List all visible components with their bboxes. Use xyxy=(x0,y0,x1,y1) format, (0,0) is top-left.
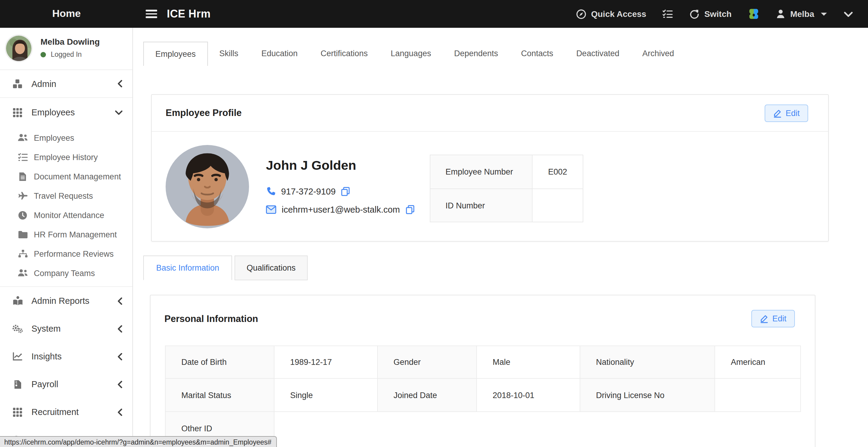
date-of-birth-value: 1989-12-17 xyxy=(274,346,378,378)
list-check-icon xyxy=(662,9,673,19)
tab-contacts[interactable]: Contacts xyxy=(509,42,565,66)
sidebar-user-name: Melba Dowling xyxy=(40,37,100,46)
employee-email[interactable]: icehrm+user1@web-stalk.com xyxy=(282,205,400,215)
chevron-down-icon xyxy=(115,109,123,115)
tab-deactivated[interactable]: Deactivated xyxy=(565,42,631,66)
tab-qualifications[interactable]: Qualifications xyxy=(235,256,308,280)
sidebar-item-company-teams[interactable]: Company Teams xyxy=(0,263,132,283)
list-check-icon xyxy=(17,153,28,161)
file-zipper-icon xyxy=(11,380,24,389)
id-number-value xyxy=(532,189,583,222)
app-title: ICE Hrm xyxy=(167,7,211,20)
sidebar-item-admin-reports[interactable]: Admin Reports xyxy=(0,287,132,315)
sidebar-item-travel-requests[interactable]: Travel Requests xyxy=(0,186,132,205)
chevron-left-icon xyxy=(117,325,123,332)
sidebar-item-payroll[interactable]: Payroll xyxy=(0,370,132,398)
sidebar-item-system[interactable]: System xyxy=(0,315,132,343)
tab-dependents[interactable]: Dependents xyxy=(442,42,509,66)
users-icon xyxy=(17,269,28,277)
employee-id-table: Employee Number E002 ID Number xyxy=(430,155,583,222)
sidebar-profile: Melba Dowling Logged In xyxy=(0,28,132,70)
nationality-value: American xyxy=(715,346,800,378)
personal-information-card: Personal Information Edit Date of Birth … xyxy=(150,295,815,447)
topbar-right: Quick Access Switch Melba xyxy=(576,8,868,20)
employee-phone[interactable]: 917-372-9109 xyxy=(281,187,336,196)
sidebar-item-employees-group[interactable]: Employees xyxy=(0,98,132,127)
caret-down-icon xyxy=(821,12,827,15)
other-id-value xyxy=(274,412,801,445)
tab-skills[interactable]: Skills xyxy=(208,42,250,66)
personal-info-table: Date of Birth 1989-12-17 Gender Male Nat… xyxy=(165,346,801,445)
tab-education[interactable]: Education xyxy=(250,42,309,66)
plane-icon xyxy=(17,191,28,200)
chevron-left-icon xyxy=(117,380,123,388)
tab-employees[interactable]: Employees xyxy=(143,42,208,66)
tab-archived[interactable]: Archived xyxy=(631,42,685,66)
sidebar: Melba Dowling Logged In Admin Employees xyxy=(0,28,133,447)
collapse-topbar-chevron[interactable] xyxy=(843,9,854,19)
user-menu[interactable]: Melba xyxy=(776,9,827,19)
sidebar-item-recruitment[interactable]: Recruitment xyxy=(0,398,132,426)
chevron-left-icon xyxy=(117,80,123,88)
grid-icon xyxy=(11,107,24,117)
chevron-left-icon xyxy=(117,297,123,305)
person-icon xyxy=(776,9,785,19)
table-row: Date of Birth 1989-12-17 Gender Male Nat… xyxy=(165,346,801,379)
copy-icon[interactable] xyxy=(405,205,414,215)
language-puzzle-icon[interactable] xyxy=(748,8,760,20)
tasks-button[interactable] xyxy=(662,9,673,19)
tab-certifications[interactable]: Certifications xyxy=(309,42,379,66)
book-reader-icon xyxy=(11,296,24,306)
sidebar-item-document-management[interactable]: Document Management xyxy=(0,167,132,186)
employee-photo xyxy=(166,145,249,228)
grid-icon xyxy=(11,407,24,417)
org-chart-icon xyxy=(17,250,28,258)
gender-value: Male xyxy=(477,346,580,378)
chevron-left-icon xyxy=(117,408,123,416)
users-icon xyxy=(17,133,28,142)
driving-license-value xyxy=(715,379,800,411)
folder-icon xyxy=(17,230,28,238)
detail-tabs: Basic Information Qualifications xyxy=(143,256,308,280)
browser-status-url: https://icehrm.com/app/demo-icehrm/?g=ad… xyxy=(0,436,277,447)
logged-in-dot xyxy=(40,52,46,57)
employee-number-value: E002 xyxy=(532,155,583,188)
edit-personal-info-button[interactable]: Edit xyxy=(751,310,795,327)
cubes-icon xyxy=(11,79,24,89)
quick-access-button[interactable]: Quick Access xyxy=(576,9,647,19)
pencil-icon xyxy=(773,108,781,118)
avatar xyxy=(5,34,33,62)
hamburger-menu-icon[interactable] xyxy=(146,10,157,18)
sidebar-item-monitor-attendance[interactable]: Monitor Attendance xyxy=(0,205,132,225)
topbar: Home ICE Hrm Quick Access Switch xyxy=(0,0,868,28)
table-row: ID Number xyxy=(430,188,583,222)
app-window: Home ICE Hrm Quick Access Switch xyxy=(0,0,868,447)
joined-date-value: 2018-10-01 xyxy=(477,379,580,411)
employees-submenu: Employees Employee History Document Mana… xyxy=(0,127,132,287)
chevron-left-icon xyxy=(117,352,123,360)
switch-button[interactable]: Switch xyxy=(689,9,732,19)
sidebar-item-hr-form-management[interactable]: HR Form Management xyxy=(0,225,132,244)
sidebar-item-employee-history[interactable]: Employee History xyxy=(0,148,132,167)
clock-icon xyxy=(17,211,28,220)
copy-icon[interactable] xyxy=(341,187,350,196)
switch-rotate-icon xyxy=(689,9,700,19)
tab-languages[interactable]: Languages xyxy=(379,42,443,66)
edit-profile-button[interactable]: Edit xyxy=(764,104,808,122)
pencil-icon xyxy=(760,314,768,323)
sidebar-item-performance-reviews[interactable]: Performance Reviews xyxy=(0,244,132,263)
file-lines-icon xyxy=(17,172,28,181)
table-row: Marital Status Single Joined Date 2018-1… xyxy=(165,379,801,412)
sidebar-item-insights[interactable]: Insights xyxy=(0,343,132,370)
employee-name: John J Golden xyxy=(266,158,356,173)
sidebar-item-admin[interactable]: Admin xyxy=(0,70,132,98)
compass-icon xyxy=(576,9,586,19)
sidebar-item-employees[interactable]: Employees xyxy=(0,128,132,148)
home-link[interactable]: Home xyxy=(0,8,133,20)
envelope-icon xyxy=(266,205,276,214)
card-title: Employee Profile xyxy=(166,107,242,118)
chart-line-icon xyxy=(11,352,24,361)
marital-status-value: Single xyxy=(274,379,378,411)
tab-basic-information[interactable]: Basic Information xyxy=(143,256,232,280)
card-title: Personal Information xyxy=(164,313,258,324)
